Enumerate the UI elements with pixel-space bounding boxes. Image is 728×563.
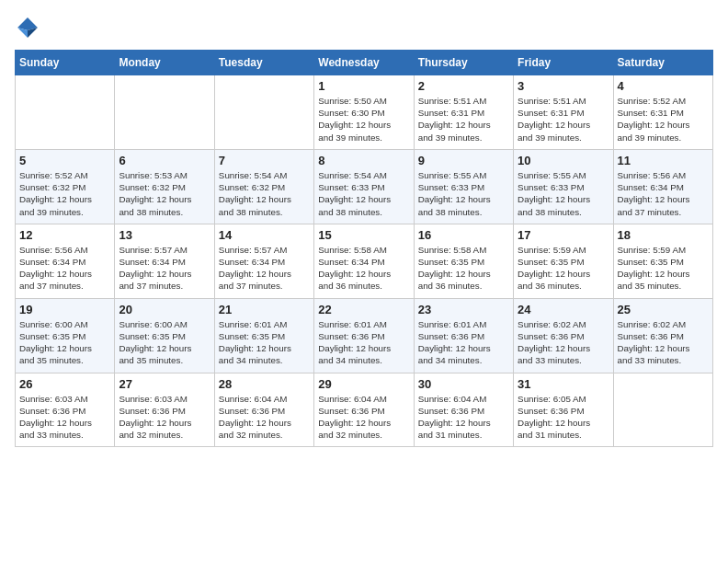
day-number: 2	[418, 79, 509, 93]
day-number: 12	[19, 228, 110, 242]
day-info: Sunrise: 5:52 AM Sunset: 6:32 PM Dayligh…	[19, 169, 110, 218]
weekday-header-sunday: Sunday	[16, 51, 115, 75]
day-info: Sunrise: 5:53 AM Sunset: 6:32 PM Dayligh…	[119, 169, 210, 218]
day-number: 6	[119, 154, 210, 167]
weekday-header-tuesday: Tuesday	[214, 51, 313, 75]
calendar-cell: 19Sunrise: 6:00 AM Sunset: 6:35 PM Dayli…	[16, 298, 115, 373]
calendar-cell: 28Sunrise: 6:04 AM Sunset: 6:36 PM Dayli…	[214, 373, 313, 447]
day-number: 4	[618, 79, 709, 93]
calendar-cell: 15Sunrise: 5:58 AM Sunset: 6:34 PM Dayli…	[314, 224, 414, 298]
day-info: Sunrise: 6:04 AM Sunset: 6:36 PM Dayligh…	[219, 393, 310, 442]
calendar-cell: 18Sunrise: 5:59 AM Sunset: 6:35 PM Dayli…	[613, 224, 712, 298]
day-number: 11	[618, 154, 709, 167]
day-info: Sunrise: 6:03 AM Sunset: 6:36 PM Dayligh…	[119, 393, 210, 442]
calendar-cell: 27Sunrise: 6:03 AM Sunset: 6:36 PM Dayli…	[115, 373, 214, 447]
day-info: Sunrise: 5:57 AM Sunset: 6:34 PM Dayligh…	[119, 244, 210, 293]
day-number: 10	[518, 154, 609, 167]
calendar-cell: 7Sunrise: 5:54 AM Sunset: 6:32 PM Daylig…	[214, 149, 313, 224]
calendar-cell: 31Sunrise: 6:05 AM Sunset: 6:36 PM Dayli…	[514, 373, 613, 447]
day-number: 16	[418, 228, 509, 242]
calendar-cell: 24Sunrise: 6:02 AM Sunset: 6:36 PM Dayli…	[514, 298, 613, 373]
weekday-header-thursday: Thursday	[414, 51, 513, 75]
calendar-cell: 26Sunrise: 6:03 AM Sunset: 6:36 PM Dayli…	[16, 373, 115, 447]
day-number: 3	[518, 79, 609, 93]
day-number: 30	[418, 377, 509, 391]
calendar-cell: 3Sunrise: 5:51 AM Sunset: 6:31 PM Daylig…	[514, 75, 613, 150]
weekday-header-monday: Monday	[115, 51, 214, 75]
calendar-cell	[613, 373, 712, 447]
calendar-cell: 21Sunrise: 6:01 AM Sunset: 6:35 PM Dayli…	[214, 298, 313, 373]
calendar-cell: 12Sunrise: 5:56 AM Sunset: 6:34 PM Dayli…	[16, 224, 115, 298]
weekday-header-saturday: Saturday	[613, 51, 712, 75]
day-number: 9	[418, 154, 509, 167]
day-number: 17	[518, 228, 609, 242]
day-number: 8	[318, 154, 409, 167]
day-number: 5	[19, 154, 110, 167]
day-number: 20	[119, 303, 210, 316]
day-info: Sunrise: 5:51 AM Sunset: 6:31 PM Dayligh…	[418, 95, 509, 144]
calendar-cell: 30Sunrise: 6:04 AM Sunset: 6:36 PM Dayli…	[414, 373, 513, 447]
day-number: 13	[119, 228, 210, 242]
logo	[15, 15, 42, 40]
day-number: 19	[19, 303, 110, 316]
day-info: Sunrise: 5:50 AM Sunset: 6:30 PM Dayligh…	[318, 95, 409, 144]
day-number: 29	[318, 377, 409, 391]
calendar-cell: 29Sunrise: 6:04 AM Sunset: 6:36 PM Dayli…	[314, 373, 414, 447]
calendar-table: SundayMondayTuesdayWednesdayThursdayFrid…	[15, 50, 713, 447]
day-info: Sunrise: 6:00 AM Sunset: 6:35 PM Dayligh…	[19, 318, 110, 367]
day-info: Sunrise: 5:57 AM Sunset: 6:34 PM Dayligh…	[219, 244, 310, 293]
day-number: 14	[219, 228, 310, 242]
logo-icon	[15, 15, 40, 40]
day-info: Sunrise: 6:02 AM Sunset: 6:36 PM Dayligh…	[518, 318, 609, 367]
day-info: Sunrise: 6:01 AM Sunset: 6:36 PM Dayligh…	[318, 318, 409, 367]
calendar-cell	[16, 75, 115, 150]
day-info: Sunrise: 5:55 AM Sunset: 6:33 PM Dayligh…	[518, 169, 609, 218]
day-info: Sunrise: 6:04 AM Sunset: 6:36 PM Dayligh…	[318, 393, 409, 442]
day-info: Sunrise: 5:56 AM Sunset: 6:34 PM Dayligh…	[19, 244, 110, 293]
day-info: Sunrise: 6:05 AM Sunset: 6:36 PM Dayligh…	[518, 393, 609, 442]
page-header	[15, 15, 713, 40]
day-info: Sunrise: 5:56 AM Sunset: 6:34 PM Dayligh…	[618, 169, 709, 218]
calendar-cell	[214, 75, 313, 150]
calendar-cell: 23Sunrise: 6:01 AM Sunset: 6:36 PM Dayli…	[414, 298, 513, 373]
day-info: Sunrise: 5:52 AM Sunset: 6:31 PM Dayligh…	[618, 95, 709, 144]
day-number: 22	[318, 303, 409, 316]
day-number: 15	[318, 228, 409, 242]
calendar-cell: 16Sunrise: 5:58 AM Sunset: 6:35 PM Dayli…	[414, 224, 513, 298]
day-info: Sunrise: 6:03 AM Sunset: 6:36 PM Dayligh…	[19, 393, 110, 442]
day-info: Sunrise: 5:59 AM Sunset: 6:35 PM Dayligh…	[618, 244, 709, 293]
calendar-cell: 2Sunrise: 5:51 AM Sunset: 6:31 PM Daylig…	[414, 75, 513, 150]
day-number: 26	[19, 377, 110, 391]
calendar-cell: 11Sunrise: 5:56 AM Sunset: 6:34 PM Dayli…	[613, 149, 712, 224]
day-info: Sunrise: 5:59 AM Sunset: 6:35 PM Dayligh…	[518, 244, 609, 293]
day-number: 21	[219, 303, 310, 316]
weekday-header-wednesday: Wednesday	[314, 51, 414, 75]
day-number: 25	[618, 303, 709, 316]
day-info: Sunrise: 5:55 AM Sunset: 6:33 PM Dayligh…	[418, 169, 509, 218]
day-info: Sunrise: 6:01 AM Sunset: 6:35 PM Dayligh…	[219, 318, 310, 367]
calendar-cell	[115, 75, 214, 150]
day-number: 23	[418, 303, 509, 316]
day-info: Sunrise: 6:01 AM Sunset: 6:36 PM Dayligh…	[418, 318, 509, 367]
day-number: 18	[618, 228, 709, 242]
day-number: 27	[119, 377, 210, 391]
calendar-cell: 14Sunrise: 5:57 AM Sunset: 6:34 PM Dayli…	[214, 224, 313, 298]
calendar-cell: 5Sunrise: 5:52 AM Sunset: 6:32 PM Daylig…	[16, 149, 115, 224]
day-info: Sunrise: 6:04 AM Sunset: 6:36 PM Dayligh…	[418, 393, 509, 442]
day-info: Sunrise: 5:54 AM Sunset: 6:32 PM Dayligh…	[219, 169, 310, 218]
day-number: 1	[318, 79, 409, 93]
calendar-cell: 13Sunrise: 5:57 AM Sunset: 6:34 PM Dayli…	[115, 224, 214, 298]
calendar-cell: 1Sunrise: 5:50 AM Sunset: 6:30 PM Daylig…	[314, 75, 414, 150]
day-info: Sunrise: 5:58 AM Sunset: 6:35 PM Dayligh…	[418, 244, 509, 293]
day-number: 24	[518, 303, 609, 316]
calendar-cell: 4Sunrise: 5:52 AM Sunset: 6:31 PM Daylig…	[613, 75, 712, 150]
calendar-cell: 6Sunrise: 5:53 AM Sunset: 6:32 PM Daylig…	[115, 149, 214, 224]
day-number: 31	[518, 377, 609, 391]
calendar-cell: 20Sunrise: 6:00 AM Sunset: 6:35 PM Dayli…	[115, 298, 214, 373]
day-info: Sunrise: 6:02 AM Sunset: 6:36 PM Dayligh…	[618, 318, 709, 367]
calendar-cell: 9Sunrise: 5:55 AM Sunset: 6:33 PM Daylig…	[414, 149, 513, 224]
calendar-cell: 25Sunrise: 6:02 AM Sunset: 6:36 PM Dayli…	[613, 298, 712, 373]
calendar-cell: 22Sunrise: 6:01 AM Sunset: 6:36 PM Dayli…	[314, 298, 414, 373]
weekday-header-friday: Friday	[514, 51, 613, 75]
calendar-cell: 8Sunrise: 5:54 AM Sunset: 6:33 PM Daylig…	[314, 149, 414, 224]
